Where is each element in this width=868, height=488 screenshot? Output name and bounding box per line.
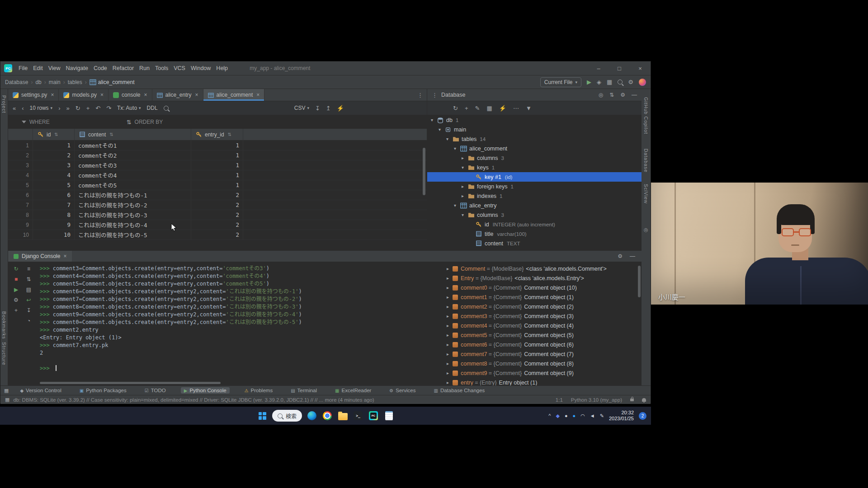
close-button[interactable]: × [630,61,651,75]
volume-icon[interactable]: ◄ [590,413,595,418]
expand-icon[interactable]: ▸ [447,380,453,385]
sort-icon[interactable]: ⇅ [109,132,113,137]
tree-item-columns[interactable]: ▾columns3 [427,210,642,220]
export-icon[interactable]: ↧ [315,105,320,112]
run-icon[interactable]: ▶ [587,79,591,85]
close-tab-icon[interactable]: × [51,92,54,98]
breadcrumb-tables[interactable]: tables [68,79,82,85]
expand-icon[interactable]: ▸ [447,314,453,319]
taskbar-chrome-icon[interactable] [322,410,333,421]
ddl-button[interactable]: DDL [147,105,158,111]
close-tab-icon[interactable]: × [100,92,104,98]
toolwindow-todo[interactable]: ☑TODO [142,387,169,394]
table-row[interactable]: 66これは別の親を持つもの-12 [8,190,427,200]
taskbar-clock[interactable]: 20:32 2023/01/25 [609,410,634,422]
sort-icon[interactable]: ⇅ [228,132,231,137]
variable-row[interactable]: ▸entry = {Entry}Entry object (1) [444,378,642,386]
variable-row[interactable]: ▸comment4 = {Comment}Comment object (4) [444,321,642,330]
table-row[interactable]: 99これは別の親を持つもの-42 [8,220,427,230]
expanded-icon[interactable]: ▾ [454,146,460,151]
breadcrumb-main[interactable]: main [49,79,61,85]
next-page-icon[interactable]: › [58,105,60,112]
table-row[interactable]: 33commentその31 [8,160,427,170]
tab-models-py[interactable]: models.py× [59,89,108,101]
scroll-end-icon[interactable]: ↧ [26,307,31,314]
search-everywhere-icon[interactable] [618,80,623,84]
close-tab-icon[interactable]: × [144,92,147,98]
menu-navigate[interactable]: Navigate [63,61,91,75]
tree-item-key-1[interactable]: key #1(id) [427,172,642,182]
tree-item-title[interactable]: titlevarchar(100) [427,229,642,239]
variable-row[interactable]: ▸comment2 = {Comment}Comment object (2) [444,302,642,311]
minimize-button[interactable]: – [588,61,609,75]
table-scrollbar[interactable] [423,148,425,195]
menu-help[interactable]: Help [213,61,231,75]
close-console-tab-icon[interactable]: × [63,253,66,259]
settings-icon[interactable]: ⚙ [628,79,633,85]
menu-window[interactable]: Window [188,61,213,75]
settings-icon[interactable]: ⚙ [620,92,625,98]
variable-row[interactable]: ▸comment6 = {Comment}Comment object (6) [444,340,642,349]
flash-icon[interactable]: ⚡ [337,105,344,112]
last-page-icon[interactable]: » [66,105,69,112]
prev-page-icon[interactable]: ‹ [22,105,24,112]
avatar[interactable] [639,79,646,86]
where-filter[interactable]: WHERE [22,119,50,125]
taskbar-explorer-icon[interactable] [337,410,348,421]
console-settings-icon[interactable]: ⚙ [618,253,623,259]
table-row[interactable]: 1010これは別の親を持つもの-52 [8,230,427,240]
layout-icon[interactable]: ▦ [5,397,9,403]
mic-icon[interactable]: ● [565,413,568,418]
table-row[interactable]: 55commentその51 [8,180,427,190]
locate-icon[interactable]: ◎ [599,92,603,98]
sidebar-item-project[interactable]: Project [1,95,7,113]
tree-item-alice-comment[interactable]: ▾alice_comment [427,144,642,153]
sort-icon[interactable]: ⇅ [54,132,58,137]
notification-badge[interactable]: 2 [639,412,646,420]
menu-vcs[interactable]: VCS [171,61,188,75]
filter-icon[interactable]: ≡ [27,266,30,272]
column-header-content[interactable]: content⇅ [75,129,191,140]
expand-icon[interactable]: ▸ [447,333,453,338]
table-row[interactable]: 77これは別の親を持つもの-22 [8,200,427,210]
add-row-icon[interactable]: + [86,105,90,112]
debug-icon[interactable]: ◈ [597,79,601,85]
expanded-icon[interactable]: ▾ [454,203,460,208]
toolwindow-python-console[interactable]: ▶Python Console [181,387,230,394]
notifications-icon[interactable]: ◎ [644,227,648,233]
close-tab-icon[interactable]: × [195,92,198,98]
column-header-entry-id[interactable]: entry_id⇅ [191,129,243,140]
toolwindow-excelreader[interactable]: ▦ExcelReader [332,387,374,394]
add-icon[interactable]: + [14,307,18,314]
close-tab-icon[interactable]: × [256,92,259,98]
expanded-icon[interactable]: ▾ [439,127,445,132]
variables-scrollbar[interactable] [638,266,641,297]
tab-alice-comment[interactable]: alice_comment× [203,89,265,101]
filter-icon[interactable]: ▼ [526,105,532,112]
run-config-select[interactable]: Current File▾ [540,77,581,87]
python-interpreter[interactable]: Python 3.10 (my_app) [571,397,622,403]
sidebar-item-sciview[interactable]: SciView [643,184,649,204]
tree-item-alice-entry[interactable]: ▾alice_entry [427,201,642,210]
taskbar-terminal-icon[interactable]: >_ [353,410,363,421]
table-row[interactable]: 44commentその41 [8,170,427,180]
variable-row[interactable]: ▸comment1 = {Comment}Comment object (1) [444,292,642,302]
taskbar-search[interactable]: 検索 [272,410,302,422]
table-view-icon[interactable]: ▦ [486,105,492,112]
expand-icon[interactable]: ▸ [447,361,453,366]
expand-icon[interactable]: ▸ [447,352,453,357]
redo-icon[interactable]: ↷ [106,105,111,112]
tree-item-id[interactable]: idINTEGER (auto increment) [427,220,642,229]
breadcrumb-alice-comment[interactable]: alice_comment [90,79,135,85]
toolwindow-problems[interactable]: ⚠Problems [241,387,276,394]
tab-settings-py[interactable]: settings.py× [8,89,59,101]
column-header-id[interactable]: id⇅ [33,129,75,140]
expand-icon[interactable]: ▸ [447,266,453,271]
variable-row[interactable]: ▸comment7 = {Comment}Comment object (7) [444,349,642,359]
taskbar-edge-icon[interactable] [307,410,317,421]
expand-icon[interactable]: ▸ [447,276,453,281]
collapsed-icon[interactable]: ▸ [462,184,468,189]
wifi-icon[interactable]: ◠ [580,413,585,419]
expand-icon[interactable]: ▸ [447,371,453,375]
toolwindow-database-changes[interactable]: ▥Database Changes [430,387,488,394]
